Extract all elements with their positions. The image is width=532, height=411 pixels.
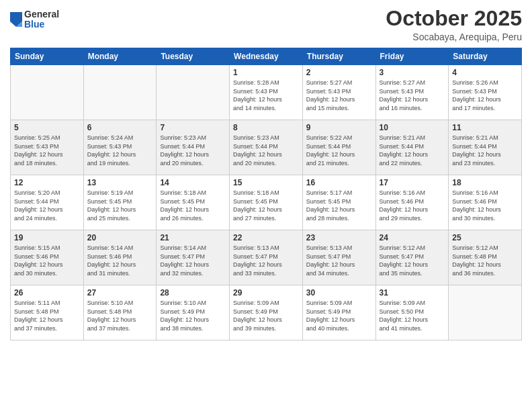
cell-info: Sunrise: 5:19 AM Sunset: 5:45 PM Dayligh… (87, 189, 153, 222)
header-area: General Blue October 2025 Socabaya, Areq… (10, 7, 522, 42)
cell-info: Sunrise: 5:18 AM Sunset: 5:45 PM Dayligh… (233, 189, 299, 222)
cell-info: Sunrise: 5:12 AM Sunset: 5:47 PM Dayligh… (380, 244, 445, 277)
calendar-cell: 6Sunrise: 5:24 AM Sunset: 5:43 PM Daylig… (83, 120, 157, 175)
day-number: 19 (14, 233, 80, 242)
weekday-header: Monday (83, 48, 157, 65)
weekday-header: Tuesday (157, 48, 230, 65)
calendar-cell: 10Sunrise: 5:21 AM Sunset: 5:44 PM Dayli… (375, 120, 449, 175)
calendar-cell: 3Sunrise: 5:27 AM Sunset: 5:43 PM Daylig… (375, 65, 449, 120)
day-number: 1 (233, 68, 299, 77)
day-number: 6 (87, 123, 153, 132)
calendar-cell: 1Sunrise: 5:28 AM Sunset: 5:43 PM Daylig… (230, 65, 303, 120)
calendar-cell: 20Sunrise: 5:14 AM Sunset: 5:46 PM Dayli… (83, 230, 157, 285)
day-number: 21 (160, 233, 226, 242)
weekday-header: Sunday (11, 48, 84, 65)
calendar-cell: 11Sunrise: 5:21 AM Sunset: 5:44 PM Dayli… (449, 120, 522, 175)
calendar-cell: 12Sunrise: 5:20 AM Sunset: 5:44 PM Dayli… (11, 175, 84, 230)
calendar-cell (157, 65, 230, 120)
weekday-header: Thursday (302, 48, 375, 65)
day-number: 5 (14, 123, 80, 132)
cell-info: Sunrise: 5:10 AM Sunset: 5:49 PM Dayligh… (160, 299, 226, 332)
calendar-cell: 8Sunrise: 5:23 AM Sunset: 5:44 PM Daylig… (230, 120, 303, 175)
calendar-cell: 13Sunrise: 5:19 AM Sunset: 5:45 PM Dayli… (83, 175, 157, 230)
calendar-cell (83, 65, 157, 120)
day-number: 22 (233, 233, 299, 242)
calendar-cell: 31Sunrise: 5:09 AM Sunset: 5:50 PM Dayli… (375, 285, 449, 340)
weekday-header: Friday (375, 48, 449, 65)
day-number: 9 (306, 123, 372, 132)
day-number: 28 (160, 288, 226, 298)
day-number: 4 (452, 68, 518, 77)
cell-info: Sunrise: 5:21 AM Sunset: 5:44 PM Dayligh… (380, 134, 445, 167)
logo-general: General (24, 9, 59, 19)
month-title: October 2025 (386, 7, 522, 30)
logo-blue: Blue (24, 19, 59, 30)
calendar-cell: 29Sunrise: 5:09 AM Sunset: 5:49 PM Dayli… (230, 285, 303, 340)
day-number: 30 (306, 288, 372, 298)
calendar-cell (11, 65, 84, 120)
day-number: 8 (233, 123, 299, 132)
calendar-cell: 7Sunrise: 5:23 AM Sunset: 5:44 PM Daylig… (157, 120, 230, 175)
calendar-cell: 24Sunrise: 5:12 AM Sunset: 5:47 PM Dayli… (375, 230, 449, 285)
calendar-cell: 30Sunrise: 5:09 AM Sunset: 5:49 PM Dayli… (302, 285, 375, 340)
cell-info: Sunrise: 5:16 AM Sunset: 5:46 PM Dayligh… (452, 189, 518, 222)
cell-info: Sunrise: 5:09 AM Sunset: 5:50 PM Dayligh… (380, 299, 445, 332)
calendar-cell: 25Sunrise: 5:12 AM Sunset: 5:48 PM Dayli… (449, 230, 522, 285)
day-number: 3 (380, 68, 445, 77)
calendar-cell: 21Sunrise: 5:14 AM Sunset: 5:47 PM Dayli… (157, 230, 230, 285)
day-number: 11 (452, 123, 518, 132)
cell-info: Sunrise: 5:25 AM Sunset: 5:43 PM Dayligh… (14, 134, 80, 167)
calendar-cell: 22Sunrise: 5:13 AM Sunset: 5:47 PM Dayli… (230, 230, 303, 285)
calendar-cell: 19Sunrise: 5:15 AM Sunset: 5:46 PM Dayli… (11, 230, 84, 285)
weekday-header: Saturday (449, 48, 522, 65)
cell-info: Sunrise: 5:13 AM Sunset: 5:47 PM Dayligh… (306, 244, 372, 277)
day-number: 18 (452, 178, 518, 187)
calendar-cell: 2Sunrise: 5:27 AM Sunset: 5:43 PM Daylig… (302, 65, 375, 120)
calendar-header-row: SundayMondayTuesdayWednesdayThursdayFrid… (11, 48, 522, 65)
cell-info: Sunrise: 5:13 AM Sunset: 5:47 PM Dayligh… (233, 244, 299, 277)
calendar-cell: 9Sunrise: 5:22 AM Sunset: 5:44 PM Daylig… (302, 120, 375, 175)
cell-info: Sunrise: 5:23 AM Sunset: 5:44 PM Dayligh… (233, 134, 299, 167)
day-number: 31 (380, 288, 445, 298)
day-number: 23 (306, 233, 372, 242)
cell-info: Sunrise: 5:24 AM Sunset: 5:43 PM Dayligh… (87, 134, 153, 167)
calendar-week-row: 19Sunrise: 5:15 AM Sunset: 5:46 PM Dayli… (11, 230, 522, 285)
cell-info: Sunrise: 5:11 AM Sunset: 5:48 PM Dayligh… (14, 299, 80, 332)
cell-info: Sunrise: 5:14 AM Sunset: 5:47 PM Dayligh… (160, 244, 226, 277)
calendar: SundayMondayTuesdayWednesdayThursdayFrid… (10, 48, 522, 340)
calendar-cell: 4Sunrise: 5:26 AM Sunset: 5:43 PM Daylig… (449, 65, 522, 120)
day-number: 15 (233, 178, 299, 187)
logo: General Blue (10, 9, 59, 30)
day-number: 20 (87, 233, 153, 242)
day-number: 2 (306, 68, 372, 77)
calendar-cell: 18Sunrise: 5:16 AM Sunset: 5:46 PM Dayli… (449, 175, 522, 230)
day-number: 26 (14, 288, 80, 298)
calendar-week-row: 12Sunrise: 5:20 AM Sunset: 5:44 PM Dayli… (11, 175, 522, 230)
cell-info: Sunrise: 5:09 AM Sunset: 5:49 PM Dayligh… (233, 299, 299, 332)
day-number: 16 (306, 178, 372, 187)
page: General Blue October 2025 Socabaya, Areq… (0, 0, 532, 411)
title-area: October 2025 Socabaya, Arequipa, Peru (386, 7, 522, 42)
day-number: 13 (87, 178, 153, 187)
cell-info: Sunrise: 5:28 AM Sunset: 5:43 PM Dayligh… (233, 79, 299, 112)
day-number: 24 (380, 233, 445, 242)
day-number: 17 (380, 178, 445, 187)
day-number: 12 (14, 178, 80, 187)
cell-info: Sunrise: 5:14 AM Sunset: 5:46 PM Dayligh… (87, 244, 153, 277)
calendar-cell: 17Sunrise: 5:16 AM Sunset: 5:46 PM Dayli… (375, 175, 449, 230)
cell-info: Sunrise: 5:10 AM Sunset: 5:48 PM Dayligh… (87, 299, 153, 332)
day-number: 25 (452, 233, 518, 242)
calendar-cell (449, 285, 522, 340)
logo-icon (10, 12, 22, 27)
calendar-cell: 16Sunrise: 5:17 AM Sunset: 5:45 PM Dayli… (302, 175, 375, 230)
cell-info: Sunrise: 5:27 AM Sunset: 5:43 PM Dayligh… (306, 79, 372, 112)
cell-info: Sunrise: 5:17 AM Sunset: 5:45 PM Dayligh… (306, 189, 372, 222)
cell-info: Sunrise: 5:21 AM Sunset: 5:44 PM Dayligh… (452, 134, 518, 167)
cell-info: Sunrise: 5:16 AM Sunset: 5:46 PM Dayligh… (380, 189, 445, 222)
cell-info: Sunrise: 5:12 AM Sunset: 5:48 PM Dayligh… (452, 244, 518, 277)
calendar-week-row: 1Sunrise: 5:28 AM Sunset: 5:43 PM Daylig… (11, 65, 522, 120)
cell-info: Sunrise: 5:22 AM Sunset: 5:44 PM Dayligh… (306, 134, 372, 167)
calendar-cell: 15Sunrise: 5:18 AM Sunset: 5:45 PM Dayli… (230, 175, 303, 230)
calendar-cell: 14Sunrise: 5:18 AM Sunset: 5:45 PM Dayli… (157, 175, 230, 230)
location-title: Socabaya, Arequipa, Peru (386, 32, 522, 42)
